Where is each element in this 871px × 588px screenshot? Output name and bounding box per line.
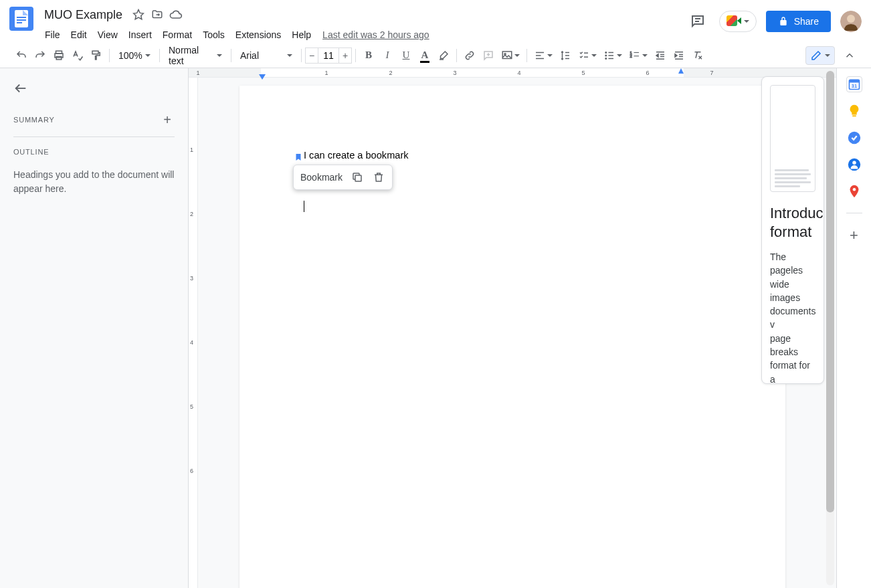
maps-app-icon[interactable] [846, 183, 862, 199]
svg-rect-44 [852, 115, 856, 116]
outline-heading: OUTLINE [13, 148, 175, 156]
menu-view[interactable]: View [93, 27, 122, 43]
bookmark-icon[interactable] [294, 152, 302, 161]
decrease-font-button[interactable]: − [305, 47, 318, 64]
font-dropdown[interactable]: Arial [235, 46, 298, 65]
caret-down-icon [591, 54, 597, 57]
tasks-app-icon[interactable] [846, 130, 862, 146]
svg-point-47 [852, 161, 856, 165]
checklist-button[interactable] [575, 46, 600, 65]
share-button[interactable]: Share [766, 11, 831, 32]
bold-button[interactable]: B [359, 46, 378, 65]
italic-button[interactable]: I [378, 46, 397, 65]
svg-rect-6 [92, 51, 98, 54]
info-card-title: Introducformat [770, 204, 815, 241]
numbered-list-button[interactable]: 12 [625, 46, 651, 65]
right-indent-handle[interactable] [678, 68, 684, 74]
document-page[interactable]: I can create a bookmark Bookmark [239, 86, 785, 588]
sidebar-separator [846, 213, 862, 213]
caret-down-icon [617, 54, 622, 57]
redo-button[interactable] [31, 46, 50, 65]
comment-history-icon[interactable] [686, 9, 710, 33]
caret-down-icon [145, 54, 151, 57]
font-value: Arial [240, 50, 259, 61]
toolbar-separator [456, 49, 457, 62]
toolbar-separator [526, 49, 527, 62]
meet-icon [727, 15, 741, 27]
outline-close-button[interactable] [13, 80, 29, 96]
toolbar-separator [355, 49, 356, 62]
svg-rect-40 [355, 175, 361, 181]
menu-bar: File Edit View Insert Format Tools Exten… [40, 25, 686, 44]
avatar[interactable] [840, 11, 862, 32]
highlight-button[interactable] [434, 46, 453, 65]
copy-link-button[interactable] [351, 171, 364, 184]
insert-image-button[interactable] [498, 46, 523, 65]
editing-mode-button[interactable] [805, 46, 835, 65]
main-area: SUMMARY + OUTLINE Headings you add to th… [0, 68, 871, 588]
calendar-app-icon[interactable]: 31 [846, 76, 862, 92]
zoom-value: 100% [118, 50, 142, 61]
left-indent-handle[interactable] [259, 74, 266, 80]
paragraph-style-dropdown[interactable]: Normal text [163, 46, 227, 65]
menu-help[interactable]: Help [287, 27, 316, 43]
cloud-status-icon[interactable] [169, 8, 183, 21]
header-actions: Share [686, 5, 862, 33]
scrollbar-thumb[interactable] [826, 71, 834, 512]
meet-button[interactable] [719, 11, 757, 32]
spellcheck-button[interactable] [68, 46, 87, 65]
bulleted-list-button[interactable] [600, 46, 625, 65]
get-addons-button[interactable]: + [850, 227, 858, 244]
increase-indent-button[interactable] [670, 46, 688, 65]
toolbar-separator [159, 49, 160, 62]
font-size-control: − + [305, 47, 352, 64]
svg-rect-42 [849, 80, 859, 82]
toolbar-separator [301, 49, 302, 62]
pageless-info-card[interactable]: Introducformat The pageles wide images d… [761, 76, 824, 384]
bookmark-popup-label: Bookmark [300, 172, 343, 183]
bookmark-popup: Bookmark [293, 165, 393, 190]
side-panel: 31 + [836, 68, 871, 588]
add-summary-button[interactable]: + [160, 112, 175, 127]
contacts-app-icon[interactable] [846, 157, 862, 173]
decrease-indent-button[interactable] [651, 46, 670, 65]
outline-empty-text: Headings you add to the document will ap… [13, 168, 175, 196]
increase-font-button[interactable]: + [338, 47, 352, 64]
horizontal-ruler[interactable]: 1 1 2 3 4 5 6 7 [189, 68, 836, 78]
clear-formatting-button[interactable] [688, 46, 707, 65]
share-label: Share [794, 16, 819, 27]
menu-file[interactable]: File [40, 27, 65, 43]
insert-link-button[interactable] [460, 46, 479, 65]
line-spacing-button[interactable] [556, 46, 575, 65]
text-color-button[interactable]: A [415, 46, 434, 65]
keep-app-icon[interactable] [846, 103, 862, 119]
menu-extensions[interactable]: Extensions [231, 27, 286, 43]
move-folder-icon[interactable] [151, 8, 164, 21]
font-size-input[interactable] [318, 47, 338, 64]
paint-format-button[interactable] [87, 46, 106, 65]
menu-edit[interactable]: Edit [66, 27, 92, 43]
document-text-line[interactable]: I can create a bookmark [304, 150, 721, 161]
vertical-ruler[interactable]: 1 2 3 4 5 6 [189, 78, 198, 588]
undo-button[interactable] [12, 46, 31, 65]
menu-insert[interactable]: Insert [124, 27, 157, 43]
svg-point-19 [605, 52, 607, 53]
underline-button[interactable]: U [397, 46, 415, 65]
docs-logo[interactable] [9, 7, 33, 31]
zoom-dropdown[interactable]: 100% [113, 46, 156, 65]
document-title[interactable]: MUO Example [40, 7, 126, 23]
summary-heading: SUMMARY [13, 116, 55, 124]
last-edit-link[interactable]: Last edit was 2 hours ago [322, 29, 429, 40]
svg-text:31: 31 [851, 83, 856, 89]
print-button[interactable] [50, 46, 68, 65]
align-button[interactable] [530, 46, 556, 65]
star-icon[interactable] [132, 8, 145, 21]
collapse-toolbar-button[interactable] [840, 46, 859, 65]
menu-format[interactable]: Format [158, 27, 197, 43]
caret-down-icon [547, 54, 553, 57]
toolbar-separator [109, 49, 110, 62]
menu-tools[interactable]: Tools [198, 27, 229, 43]
caret-down-icon [514, 54, 520, 57]
add-comment-button[interactable] [479, 46, 498, 65]
delete-bookmark-button[interactable] [372, 171, 385, 184]
